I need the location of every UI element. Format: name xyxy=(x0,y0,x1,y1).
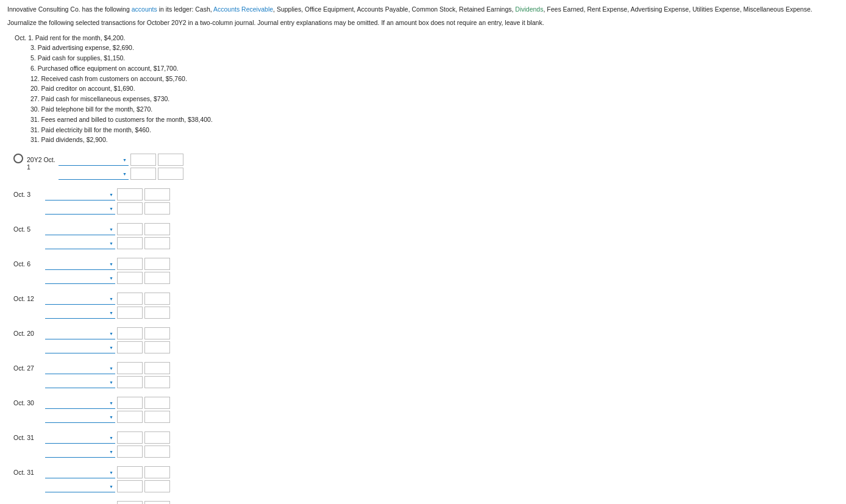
oct31c-account1-select[interactable]: CashAccounts ReceivableSuppliesOffice Eq… xyxy=(45,501,115,504)
oct31c-entry-lines: CashAccounts ReceivableSuppliesOffice Eq… xyxy=(45,501,170,504)
journal-group-oct30: Oct. 30 CashAccounts ReceivableSuppliesO… xyxy=(13,397,839,423)
oct20-credit1[interactable] xyxy=(144,327,170,339)
oct5-credit2[interactable] xyxy=(144,237,170,249)
oct27-credit1[interactable] xyxy=(144,362,170,374)
oct1-credit2[interactable] xyxy=(158,168,183,180)
oct31a-credit1[interactable] xyxy=(144,431,170,444)
oct3-debit2[interactable] xyxy=(117,202,143,215)
transaction-date-7: 27. xyxy=(30,95,41,102)
oct31a-credit2[interactable] xyxy=(144,445,170,458)
oct6-debit1[interactable] xyxy=(117,258,143,270)
oct31a-debit1[interactable] xyxy=(117,431,143,444)
oct31c-debit1[interactable] xyxy=(117,501,143,504)
oct3-credit2[interactable] xyxy=(144,202,170,215)
dividends-link[interactable]: Dividends xyxy=(515,5,543,13)
oct27-credit2[interactable] xyxy=(144,376,170,388)
oct5-debit1[interactable] xyxy=(117,223,143,235)
intro-rest2: , Fees Earned, Rent Expense, Advertising… xyxy=(543,5,812,13)
oct6-credit2[interactable] xyxy=(144,272,170,284)
oct30-account2-wrapper: CashAccounts ReceivableSuppliesOffice Eq… xyxy=(45,411,115,423)
oct31b-debit1[interactable] xyxy=(117,466,143,478)
oct5-line1: CashAccounts ReceivableSuppliesOffice Eq… xyxy=(45,223,170,235)
transaction-item-3: 5. Paid cash for supplies, $1,150. xyxy=(30,53,839,63)
oct1-entry-lines: CashAccounts ReceivableSuppliesOffice Eq… xyxy=(59,154,183,180)
oct31c-line1: CashAccounts ReceivableSuppliesOffice Eq… xyxy=(45,501,170,504)
oct3-account1-select[interactable]: CashAccounts ReceivableSuppliesOffice Eq… xyxy=(45,188,115,201)
oct6-account2-select[interactable]: CashAccounts ReceivableSuppliesOffice Eq… xyxy=(45,272,115,284)
journal-date-oct30: Oct. 30 xyxy=(13,397,45,406)
oct20-line1: CashAccounts ReceivableSuppliesOffice Eq… xyxy=(45,327,170,339)
oct12-debit1[interactable] xyxy=(117,293,143,305)
oct3-account2-select[interactable]: CashAccounts ReceivableSuppliesOffice Eq… xyxy=(45,202,115,215)
oct5-credit1[interactable] xyxy=(144,223,170,235)
journal-date-oct5: Oct. 5 xyxy=(13,223,45,233)
oct12-debit2[interactable] xyxy=(117,307,143,319)
oct1-account1-select[interactable]: CashAccounts ReceivableSuppliesOffice Eq… xyxy=(59,154,129,166)
oct1-debit2[interactable] xyxy=(130,168,156,180)
oct30-debit2[interactable] xyxy=(117,411,143,423)
oct12-line2: CashAccounts ReceivableSuppliesOffice Eq… xyxy=(45,307,170,319)
oct12-account1-select[interactable]: CashAccounts ReceivableSuppliesOffice Eq… xyxy=(45,293,115,305)
oct20-credit2[interactable] xyxy=(144,341,170,353)
oct30-account2-select[interactable]: CashAccounts ReceivableSuppliesOffice Eq… xyxy=(45,411,115,423)
oct20-debit1[interactable] xyxy=(117,327,143,339)
oct27-line1: CashAccounts ReceivableSuppliesOffice Eq… xyxy=(45,362,170,374)
oct27-account2-select[interactable]: CashAccounts ReceivableSuppliesOffice Eq… xyxy=(45,376,115,388)
oct31a-account1-select[interactable]: CashAccounts ReceivableSuppliesOffice Eq… xyxy=(45,431,115,444)
ar-link[interactable]: Accounts Receivable xyxy=(213,5,273,13)
oct12-account2-select[interactable]: CashAccounts ReceivableSuppliesOffice Eq… xyxy=(45,307,115,319)
oct6-account1-select[interactable]: CashAccounts ReceivableSuppliesOffice Eq… xyxy=(45,258,115,270)
oct27-debit2[interactable] xyxy=(117,376,143,388)
oct30-account1-select[interactable]: CashAccounts ReceivableSuppliesOffice Eq… xyxy=(45,397,115,409)
transaction-date-9: 31. xyxy=(30,116,41,123)
oct12-credit2[interactable] xyxy=(144,307,170,319)
oct31b-account1-select[interactable]: CashAccounts ReceivableSuppliesOffice Eq… xyxy=(45,466,115,478)
oct31b-credit1[interactable] xyxy=(144,466,170,478)
transaction-desc-6: Paid creditor on account, $1,690. xyxy=(41,85,135,92)
oct1-credit1[interactable] xyxy=(158,154,183,166)
oct20-account2-wrapper: CashAccounts ReceivableSuppliesOffice Eq… xyxy=(45,341,115,353)
oct31b-debit2[interactable] xyxy=(117,480,143,492)
oct30-credit2[interactable] xyxy=(144,411,170,423)
oct31a-account2-wrapper: CashAccounts ReceivableSuppliesOffice Eq… xyxy=(45,445,115,458)
accounts-link[interactable]: accounts xyxy=(132,5,157,13)
oct5-debit2[interactable] xyxy=(117,237,143,249)
oct6-debit2[interactable] xyxy=(117,272,143,284)
oct20-debit2[interactable] xyxy=(117,341,143,353)
oct30-credit1[interactable] xyxy=(144,397,170,409)
oct31b-account2-select[interactable]: CashAccounts ReceivableSuppliesOffice Eq… xyxy=(45,480,115,492)
oct5-account1-select[interactable]: CashAccounts ReceivableSuppliesOffice Eq… xyxy=(45,223,115,235)
transaction-date-3: 5. xyxy=(30,54,38,62)
transaction-desc-9: Fees earned and billed to customers for … xyxy=(41,116,213,123)
journal-date-oct12: Oct. 12 xyxy=(13,293,45,302)
transaction-item-8: 30. Paid telephone bill for the month, $… xyxy=(30,104,839,115)
oct31c-credit1[interactable] xyxy=(144,501,170,504)
transaction-item-11: 31. Paid dividends, $2,900. xyxy=(30,135,839,145)
oct5-account2-select[interactable]: CashAccounts ReceivableSuppliesOffice Eq… xyxy=(45,237,115,249)
oct30-debit1[interactable] xyxy=(117,397,143,409)
oct3-entry-lines: CashAccounts ReceivableSuppliesOffice Eq… xyxy=(45,188,170,215)
oct1-line1: CashAccounts ReceivableSuppliesOffice Eq… xyxy=(59,154,183,166)
oct1-account2-select[interactable]: CashAccounts ReceivableSuppliesOffice Eq… xyxy=(59,168,129,180)
oct12-credit1[interactable] xyxy=(144,293,170,305)
oct3-debit1[interactable] xyxy=(117,188,143,201)
oct31b-credit2[interactable] xyxy=(144,480,170,492)
journal-group-oct31a: Oct. 31 CashAccounts ReceivableSuppliesO… xyxy=(13,431,839,458)
oct20-account1-select[interactable]: CashAccounts ReceivableSuppliesOffice Eq… xyxy=(45,327,115,339)
oct31a-account2-select[interactable]: CashAccounts ReceivableSuppliesOffice Eq… xyxy=(45,445,115,458)
transaction-date-1: Oct. 1. xyxy=(15,34,35,41)
oct27-account1-select[interactable]: CashAccounts ReceivableSuppliesOffice Eq… xyxy=(45,362,115,374)
intro-colon: : Cash, xyxy=(191,5,213,13)
oct6-credit1[interactable] xyxy=(144,258,170,270)
oct27-account2-wrapper: CashAccounts ReceivableSuppliesOffice Eq… xyxy=(45,376,115,388)
transaction-date-10: 31. xyxy=(30,126,41,133)
intro-text-part1: Innovative Consulting Co. has the follow… xyxy=(7,5,132,13)
oct20-account2-select[interactable]: CashAccounts ReceivableSuppliesOffice Eq… xyxy=(45,341,115,353)
journal-date-oct1: 20Y2 Oct. 1 xyxy=(27,154,59,171)
oct31a-debit2[interactable] xyxy=(117,445,143,458)
oct3-credit1[interactable] xyxy=(144,188,170,201)
oct5-account2-wrapper: CashAccounts ReceivableSuppliesOffice Eq… xyxy=(45,237,115,249)
transaction-desc-2: Paid advertising expense, $2,690. xyxy=(38,44,134,51)
oct27-debit1[interactable] xyxy=(117,362,143,374)
oct1-debit1[interactable] xyxy=(130,154,156,166)
